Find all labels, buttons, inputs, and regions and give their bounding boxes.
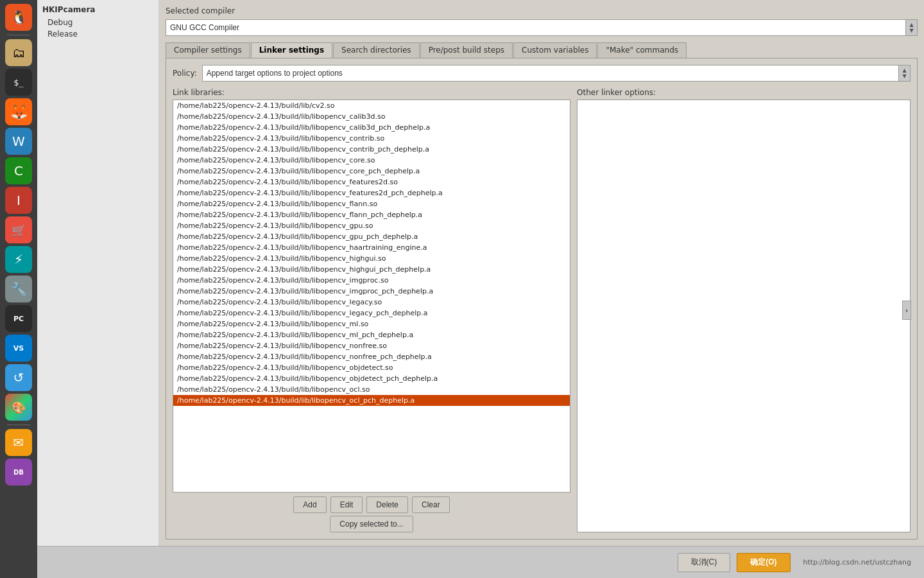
store-icon[interactable]: 🛒	[5, 216, 32, 243]
pycharm-icon[interactable]: PC	[5, 305, 32, 332]
tab-search-directories[interactable]: Search directories	[333, 42, 420, 58]
list-item[interactable]: /home/lab225/opencv-2.4.13/build/lib/lib…	[173, 155, 570, 166]
tab-content: Policy: Append target options to project…	[166, 58, 918, 539]
list-item[interactable]: /home/lab225/opencv-2.4.13/build/lib/cv2…	[173, 100, 570, 111]
sync-icon[interactable]: ↺	[5, 364, 32, 391]
list-item[interactable]: /home/lab225/opencv-2.4.13/build/lib/lib…	[173, 395, 570, 406]
tab-compiler-settings[interactable]: Compiler settings	[166, 42, 250, 58]
arduino-icon[interactable]: ⚡	[5, 246, 32, 273]
project-item-debug[interactable]: Debug	[42, 17, 153, 28]
mail-icon[interactable]: ✉	[5, 429, 32, 456]
list-item[interactable]: /home/lab225/opencv-2.4.13/build/lib/lib…	[173, 188, 570, 198]
settings-dialog: Selected compiler GNU GCC Compiler ▲ ▼ C…	[159, 0, 924, 546]
tab-build-steps[interactable]: Pre/post build steps	[420, 42, 513, 58]
selected-compiler-label: Selected compiler	[166, 6, 918, 15]
list-item[interactable]: /home/lab225/opencv-2.4.13/build/lib/lib…	[173, 308, 570, 319]
list-item[interactable]: /home/lab225/opencv-2.4.13/build/lib/lib…	[173, 253, 570, 264]
edit-button[interactable]: Edit	[330, 496, 363, 513]
list-item[interactable]: /home/lab225/opencv-2.4.13/build/lib/lib…	[173, 122, 570, 133]
ubuntu-icon[interactable]: 🐧	[5, 4, 32, 31]
policy-select-arrows[interactable]: ▲ ▼	[899, 65, 911, 82]
sidebar: 🐧 🗂 $_ 🦊 W C I 🛒 ⚡ 🔧 PC VS ↺ 🎨 ✉ DB	[0, 0, 37, 578]
project-title: HKIPcamera	[42, 5, 153, 14]
compiler-select-arrows[interactable]: ▲ ▼	[906, 19, 918, 36]
link-libraries-section: Link libraries: /home/lab225/opencv-2.4.…	[173, 88, 570, 532]
policy-row: Policy: Append target options to project…	[173, 65, 911, 82]
project-item-release[interactable]: Release	[42, 28, 153, 40]
list-item[interactable]: /home/lab225/opencv-2.4.13/build/lib/lib…	[173, 384, 570, 395]
bottom-url: http://blog.csdn.net/ustczhang	[791, 558, 911, 566]
other-linker-label: Other linker options:	[577, 88, 911, 97]
other-linker-section: Other linker options: ›	[577, 88, 911, 532]
list-item[interactable]: /home/lab225/opencv-2.4.13/build/lib/lib…	[173, 166, 570, 177]
list-item[interactable]: /home/lab225/opencv-2.4.13/build/lib/lib…	[173, 286, 570, 297]
main-area: HKIPcamera Debug Release Selected compil…	[37, 0, 924, 578]
policy-select[interactable]: Append target options to project options	[202, 65, 899, 82]
writer-icon[interactable]: W	[5, 128, 32, 155]
list-item[interactable]: /home/lab225/opencv-2.4.13/build/lib/lib…	[173, 231, 570, 242]
impress-icon[interactable]: I	[5, 187, 32, 214]
collapse-button[interactable]: ›	[902, 301, 911, 320]
add-button[interactable]: Add	[293, 496, 326, 513]
bottom-buttons: 取消(C) 确定(O)	[678, 553, 791, 572]
tab-make-commands[interactable]: "Make" commands	[597, 42, 687, 58]
list-item[interactable]: /home/lab225/opencv-2.4.13/build/lib/lib…	[173, 264, 570, 275]
tab-linker-settings[interactable]: Linker settings	[251, 42, 332, 58]
tabs-row: Compiler settings Linker settings Search…	[166, 42, 918, 58]
list-item[interactable]: /home/lab225/opencv-2.4.13/build/lib/lib…	[173, 319, 570, 329]
tools-icon[interactable]: 🔧	[5, 276, 32, 302]
copy-button-row: Copy selected to...	[173, 516, 570, 532]
clear-button[interactable]: Clear	[412, 496, 450, 513]
compiler-select[interactable]: GNU GCC Compiler	[166, 19, 906, 36]
vscode-icon[interactable]: VS	[5, 335, 32, 362]
list-item[interactable]: /home/lab225/opencv-2.4.13/build/lib/lib…	[173, 133, 570, 144]
sidebar-divider-2	[7, 425, 30, 425]
lib-buttons-row: Add Edit Delete Clear	[173, 496, 570, 513]
firefox-icon[interactable]: 🦊	[5, 98, 32, 125]
list-item[interactable]: /home/lab225/opencv-2.4.13/build/lib/lib…	[173, 351, 570, 362]
right-panel: Selected compiler GNU GCC Compiler ▲ ▼ C…	[159, 0, 924, 546]
db-icon[interactable]: DB	[5, 459, 32, 486]
ok-button[interactable]: 确定(O)	[737, 553, 790, 572]
cancel-button[interactable]: 取消(C)	[678, 553, 731, 572]
list-item[interactable]: /home/lab225/opencv-2.4.13/build/lib/lib…	[173, 373, 570, 384]
list-item[interactable]: /home/lab225/opencv-2.4.13/build/lib/lib…	[173, 144, 570, 155]
compiler-select-row: GNU GCC Compiler ▲ ▼	[166, 19, 918, 36]
left-panel: HKIPcamera Debug Release	[37, 0, 159, 546]
sidebar-divider-1	[7, 35, 30, 35]
list-item[interactable]: /home/lab225/opencv-2.4.13/build/lib/lib…	[173, 340, 570, 351]
list-item[interactable]: /home/lab225/opencv-2.4.13/build/lib/lib…	[173, 242, 570, 253]
delete-button[interactable]: Delete	[366, 496, 408, 513]
link-libraries-label: Link libraries:	[173, 88, 570, 97]
policy-select-wrapper: Append target options to project options…	[202, 65, 911, 82]
bottom-bar: 取消(C) 确定(O) http://blog.csdn.net/ustczha…	[37, 546, 924, 578]
list-item[interactable]: /home/lab225/opencv-2.4.13/build/lib/lib…	[173, 177, 570, 188]
list-item[interactable]: /home/lab225/opencv-2.4.13/build/lib/lib…	[173, 329, 570, 340]
terminal-icon[interactable]: $_	[5, 69, 32, 96]
link-libraries-container: /home/lab225/opencv-2.4.13/build/lib/cv2…	[173, 100, 570, 493]
list-item[interactable]: /home/lab225/opencv-2.4.13/build/lib/lib…	[173, 297, 570, 308]
list-item[interactable]: /home/lab225/opencv-2.4.13/build/lib/lib…	[173, 198, 570, 209]
list-item[interactable]: /home/lab225/opencv-2.4.13/build/lib/lib…	[173, 362, 570, 373]
copy-selected-button[interactable]: Copy selected to...	[330, 516, 413, 532]
tab-custom-variables[interactable]: Custom variables	[513, 42, 597, 58]
list-item[interactable]: /home/lab225/opencv-2.4.13/build/lib/lib…	[173, 111, 570, 122]
link-libraries-list[interactable]: /home/lab225/opencv-2.4.13/build/lib/cv2…	[173, 100, 570, 492]
list-item[interactable]: /home/lab225/opencv-2.4.13/build/lib/lib…	[173, 209, 570, 220]
calc-icon[interactable]: C	[5, 157, 32, 184]
list-item[interactable]: /home/lab225/opencv-2.4.13/build/lib/lib…	[173, 220, 570, 231]
list-item[interactable]: /home/lab225/opencv-2.4.13/build/lib/lib…	[173, 275, 570, 286]
other-linker-textarea[interactable]	[577, 100, 911, 532]
policy-label: Policy:	[173, 69, 197, 78]
palette-icon[interactable]: 🎨	[5, 394, 32, 421]
content-layout: HKIPcamera Debug Release Selected compil…	[37, 0, 924, 546]
two-column: Link libraries: /home/lab225/opencv-2.4.…	[173, 88, 911, 532]
files-icon[interactable]: 🗂	[5, 39, 32, 66]
